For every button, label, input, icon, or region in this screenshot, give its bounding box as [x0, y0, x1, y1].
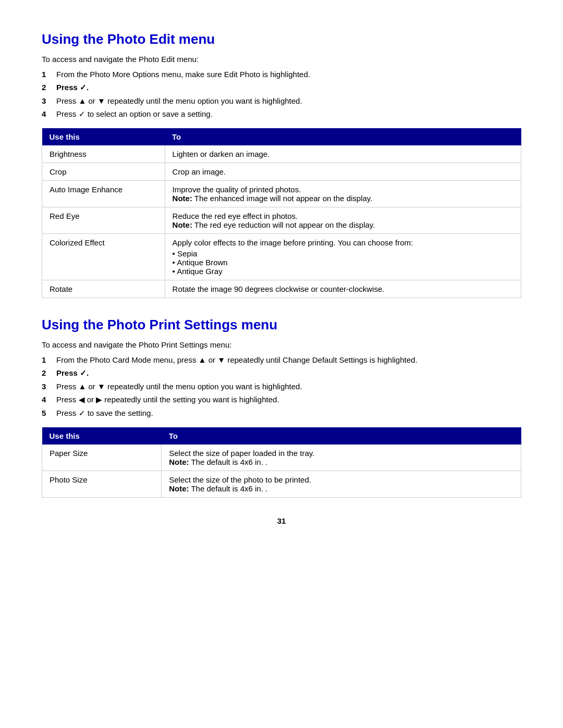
section2-table-header: Use this To	[42, 427, 521, 445]
use-this-cell: Colorized Effect	[42, 234, 165, 280]
s2-step-5: 5 Press ✓ to save the setting.	[42, 409, 521, 418]
step-1-num: 1	[42, 70, 56, 79]
table-row: Paper SizeSelect the size of paper loade…	[42, 445, 521, 471]
s2-step-1-num: 1	[42, 355, 56, 364]
to-cell: Select the size of the photo to be print…	[162, 471, 521, 498]
to-cell: Apply color effects to the image before …	[165, 234, 521, 280]
step-2-text: Press ✓.	[56, 83, 521, 92]
to-cell: Improve the quality of printed photos.No…	[165, 181, 521, 207]
s2-step-4: 4 Press ◀ or ▶ repeatedly until the sett…	[42, 395, 521, 404]
col-to: To	[165, 128, 521, 145]
s2-step-2-num: 2	[42, 368, 56, 377]
section2-table: Use this To Paper SizeSelect the size of…	[42, 427, 521, 498]
to-cell: Rotate the image 90 degrees clockwise or…	[165, 280, 521, 298]
use-this-cell: Auto Image Enhance	[42, 181, 165, 207]
step-4: 4 Press ✓ to select an option or save a …	[42, 109, 521, 119]
section2-title: Using the Photo Print Settings menu	[42, 317, 521, 333]
section1-table: Use this To BrightnessLighten or darken …	[42, 128, 521, 298]
to-cell: Crop an image.	[165, 163, 521, 181]
step-3-text: Press ▲ or ▼ repeatedly until the menu o…	[56, 96, 521, 105]
table-row: CropCrop an image.	[42, 163, 521, 181]
to-cell: Select the size of paper loaded in the t…	[162, 445, 521, 471]
step-1: 1 From the Photo More Options menu, make…	[42, 70, 521, 79]
s2-step-3-num: 3	[42, 382, 56, 391]
table-row: BrightnessLighten or darken an image.	[42, 145, 521, 163]
table-row: Photo SizeSelect the size of the photo t…	[42, 471, 521, 498]
section2-intro: To access and navigate the Photo Print S…	[42, 340, 521, 349]
use-this-cell: Photo Size	[42, 471, 162, 498]
s2-step-2: 2 Press ✓.	[42, 368, 521, 378]
s2-step-4-text: Press ◀ or ▶ repeatedly until the settin…	[56, 395, 521, 404]
s2-step-3-text: Press ▲ or ▼ repeatedly until the menu o…	[56, 382, 521, 391]
list-item: Antique Gray	[173, 267, 513, 276]
s2-step-2-text: Press ✓.	[56, 368, 521, 378]
step-3-num: 3	[42, 96, 56, 105]
s2-step-1-text: From the Photo Card Mode menu, press ▲ o…	[56, 355, 521, 364]
table-row: Auto Image EnhanceImprove the quality of…	[42, 181, 521, 207]
step-3: 3 Press ▲ or ▼ repeatedly until the menu…	[42, 96, 521, 105]
page-number: 31	[42, 516, 521, 525]
list-item: Sepia	[173, 249, 513, 258]
use-this-cell: Red Eye	[42, 207, 165, 234]
s2-step-1: 1 From the Photo Card Mode menu, press ▲…	[42, 355, 521, 364]
section1-steps: 1 From the Photo More Options menu, make…	[42, 70, 521, 119]
to-cell: Lighten or darken an image.	[165, 145, 521, 163]
note-text: Note: The enhanced image will not appear…	[173, 194, 373, 203]
s2-col-use-this: Use this	[42, 427, 162, 445]
s2-step-5-text: Press ✓ to save the setting.	[56, 409, 521, 418]
step-2-num: 2	[42, 83, 56, 92]
step-4-text: Press ✓ to select an option or save a se…	[56, 109, 521, 119]
section2-steps: 1 From the Photo Card Mode menu, press ▲…	[42, 355, 521, 418]
note-text: Note: The red eye reduction will not app…	[173, 220, 375, 229]
list-item: Antique Brown	[173, 258, 513, 267]
s2-step-5-num: 5	[42, 409, 56, 417]
bullet-list: SepiaAntique BrownAntique Gray	[173, 249, 513, 276]
step-1-text: From the Photo More Options menu, make s…	[56, 70, 521, 79]
use-this-cell: Paper Size	[42, 445, 162, 471]
use-this-cell: Brightness	[42, 145, 165, 163]
section1-table-header: Use this To	[42, 128, 521, 145]
use-this-cell: Crop	[42, 163, 165, 181]
table-row: Red EyeReduce the red eye effect in phot…	[42, 207, 521, 234]
section1-title: Using the Photo Edit menu	[42, 31, 521, 47]
step-2: 2 Press ✓.	[42, 83, 521, 92]
section1-intro: To access and navigate the Photo Edit me…	[42, 55, 521, 64]
s2-step-3: 3 Press ▲ or ▼ repeatedly until the menu…	[42, 382, 521, 391]
use-this-cell: Rotate	[42, 280, 165, 298]
note-text: Note: The default is 4x6 in. .	[169, 484, 267, 493]
table-row: RotateRotate the image 90 degrees clockw…	[42, 280, 521, 298]
s2-step-4-num: 4	[42, 395, 56, 404]
s2-col-to: To	[162, 427, 521, 445]
note-text: Note: The default is 4x6 in. .	[169, 458, 267, 466]
table-row: Colorized EffectApply color effects to t…	[42, 234, 521, 280]
step-4-num: 4	[42, 109, 56, 118]
col-use-this: Use this	[42, 128, 165, 145]
to-cell: Reduce the red eye effect in photos.Note…	[165, 207, 521, 234]
